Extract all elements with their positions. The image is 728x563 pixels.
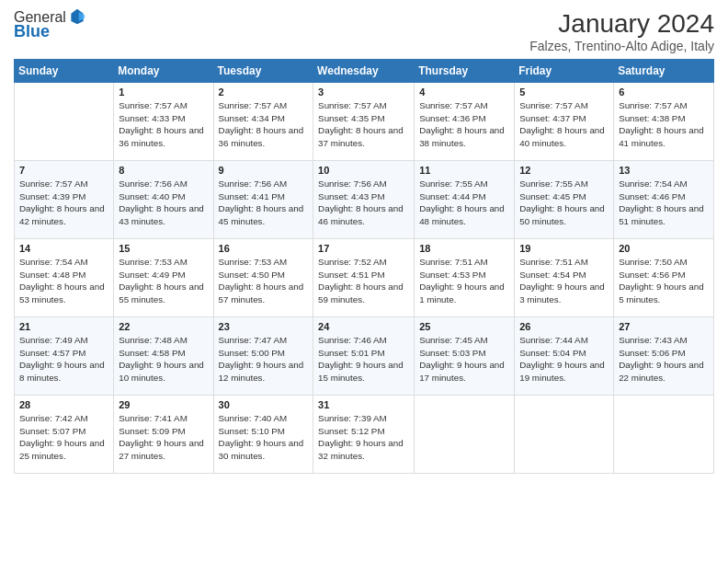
day-number: 20 (619, 243, 709, 254)
sunset-text: Sunset: 4:54 PM (519, 270, 586, 280)
daylight-text: Daylight: 8 hours and 43 minutes. (119, 203, 204, 226)
logo-icon (68, 7, 86, 26)
sunset-text: Sunset: 4:39 PM (19, 191, 85, 201)
sunset-text: Sunset: 4:34 PM (219, 113, 285, 123)
header-saturday: Saturday (614, 60, 714, 83)
day-info: Sunrise: 7:57 AM Sunset: 4:38 PM Dayligh… (619, 99, 709, 150)
table-row: 28 Sunrise: 7:42 AM Sunset: 5:07 PM Dayl… (15, 396, 114, 474)
daylight-text: Daylight: 9 hours and 12 minutes. (219, 360, 304, 383)
table-row: 15 Sunrise: 7:53 AM Sunset: 4:49 PM Dayl… (114, 239, 213, 317)
daylight-text: Daylight: 9 hours and 3 minutes. (519, 282, 605, 304)
daylight-text: Daylight: 8 hours and 36 minutes. (219, 125, 304, 148)
calendar-week-5: 28 Sunrise: 7:42 AM Sunset: 5:07 PM Dayl… (15, 396, 714, 474)
day-info: Sunrise: 7:56 AM Sunset: 4:40 PM Dayligh… (119, 178, 208, 228)
daylight-text: Daylight: 8 hours and 46 minutes. (318, 203, 404, 226)
table-row: 24 Sunrise: 7:46 AM Sunset: 5:01 PM Dayl… (313, 317, 415, 396)
calendar-table: Sunday Monday Tuesday Wednesday Thursday… (14, 59, 714, 474)
daylight-text: Daylight: 8 hours and 45 minutes. (219, 203, 304, 226)
day-info: Sunrise: 7:53 AM Sunset: 4:49 PM Dayligh… (119, 256, 208, 306)
day-info: Sunrise: 7:41 AM Sunset: 5:09 PM Dayligh… (119, 412, 208, 463)
sunrise-text: Sunrise: 7:40 AM (219, 413, 288, 423)
day-info: Sunrise: 7:53 AM Sunset: 4:50 PM Dayligh… (219, 256, 309, 306)
sunset-text: Sunset: 4:33 PM (119, 113, 185, 123)
daylight-text: Daylight: 9 hours and 32 minutes. (318, 438, 404, 461)
day-info: Sunrise: 7:57 AM Sunset: 4:37 PM Dayligh… (519, 99, 609, 150)
table-row: 12 Sunrise: 7:55 AM Sunset: 4:45 PM Dayl… (515, 161, 614, 239)
table-row (614, 396, 714, 474)
sunset-text: Sunset: 5:04 PM (519, 348, 586, 358)
table-row: 8 Sunrise: 7:56 AM Sunset: 4:40 PM Dayli… (114, 161, 213, 239)
day-number: 15 (119, 243, 208, 254)
day-number: 30 (219, 399, 309, 410)
table-row: 6 Sunrise: 7:57 AM Sunset: 4:38 PM Dayli… (614, 83, 714, 161)
day-info: Sunrise: 7:56 AM Sunset: 4:41 PM Dayligh… (219, 178, 309, 228)
day-info: Sunrise: 7:46 AM Sunset: 5:01 PM Dayligh… (318, 334, 409, 385)
sunset-text: Sunset: 4:51 PM (318, 270, 384, 280)
day-number: 27 (619, 321, 709, 332)
table-row: 16 Sunrise: 7:53 AM Sunset: 4:50 PM Dayl… (213, 239, 313, 317)
daylight-text: Daylight: 8 hours and 38 minutes. (419, 125, 505, 148)
table-row: 14 Sunrise: 7:54 AM Sunset: 4:48 PM Dayl… (15, 239, 114, 317)
sunset-text: Sunset: 5:12 PM (318, 426, 384, 436)
day-info: Sunrise: 7:57 AM Sunset: 4:36 PM Dayligh… (419, 99, 509, 150)
day-info: Sunrise: 7:52 AM Sunset: 4:51 PM Dayligh… (318, 256, 409, 306)
day-number: 6 (619, 86, 709, 98)
calendar-week-3: 14 Sunrise: 7:54 AM Sunset: 4:48 PM Dayl… (15, 239, 714, 317)
calendar-week-1: 1 Sunrise: 7:57 AM Sunset: 4:33 PM Dayli… (15, 83, 714, 161)
sunrise-text: Sunrise: 7:47 AM (219, 335, 288, 345)
day-number: 12 (519, 165, 609, 176)
daylight-text: Daylight: 8 hours and 48 minutes. (419, 203, 505, 226)
daylight-text: Daylight: 8 hours and 53 minutes. (19, 282, 105, 304)
sunset-text: Sunset: 4:50 PM (219, 270, 285, 280)
day-number: 29 (119, 399, 208, 410)
daylight-text: Daylight: 8 hours and 55 minutes. (119, 282, 204, 304)
sunset-text: Sunset: 4:36 PM (419, 113, 485, 123)
day-number: 26 (519, 321, 609, 332)
table-row: 21 Sunrise: 7:49 AM Sunset: 4:57 PM Dayl… (15, 317, 114, 396)
day-number: 31 (318, 399, 409, 410)
day-number: 2 (219, 86, 309, 98)
header-wednesday: Wednesday (313, 60, 415, 83)
sunset-text: Sunset: 4:40 PM (119, 191, 185, 201)
sunset-text: Sunset: 4:58 PM (119, 348, 185, 358)
table-row: 27 Sunrise: 7:43 AM Sunset: 5:06 PM Dayl… (614, 317, 714, 396)
sunrise-text: Sunrise: 7:41 AM (119, 413, 188, 423)
sunrise-text: Sunrise: 7:57 AM (219, 100, 288, 110)
daylight-text: Daylight: 8 hours and 51 minutes. (619, 203, 704, 226)
sunrise-text: Sunrise: 7:57 AM (119, 100, 188, 110)
day-number: 24 (318, 321, 409, 332)
day-number: 22 (119, 321, 208, 332)
table-row: 26 Sunrise: 7:44 AM Sunset: 5:04 PM Dayl… (515, 317, 614, 396)
table-row: 3 Sunrise: 7:57 AM Sunset: 4:35 PM Dayli… (313, 83, 415, 161)
sunrise-text: Sunrise: 7:43 AM (619, 335, 688, 345)
header-monday: Monday (114, 60, 213, 83)
table-row: 2 Sunrise: 7:57 AM Sunset: 4:34 PM Dayli… (213, 83, 313, 161)
sunset-text: Sunset: 4:43 PM (318, 191, 384, 201)
day-info: Sunrise: 7:44 AM Sunset: 5:04 PM Dayligh… (519, 334, 609, 385)
sunrise-text: Sunrise: 7:42 AM (19, 413, 88, 423)
daylight-text: Daylight: 8 hours and 41 minutes. (619, 125, 704, 148)
sunrise-text: Sunrise: 7:52 AM (318, 257, 387, 267)
sunset-text: Sunset: 5:10 PM (219, 426, 285, 436)
daylight-text: Daylight: 8 hours and 37 minutes. (318, 125, 404, 148)
day-number: 18 (419, 243, 509, 254)
day-info: Sunrise: 7:55 AM Sunset: 4:45 PM Dayligh… (519, 178, 609, 228)
header: General Blue January 2024 Falzes, Trenti… (14, 9, 714, 53)
table-row: 1 Sunrise: 7:57 AM Sunset: 4:33 PM Dayli… (114, 83, 213, 161)
sunset-text: Sunset: 4:57 PM (19, 348, 85, 358)
table-row: 22 Sunrise: 7:48 AM Sunset: 4:58 PM Dayl… (114, 317, 213, 396)
sunrise-text: Sunrise: 7:53 AM (219, 257, 288, 267)
day-number: 11 (419, 165, 509, 176)
day-info: Sunrise: 7:57 AM Sunset: 4:35 PM Dayligh… (318, 99, 409, 150)
sunrise-text: Sunrise: 7:57 AM (419, 100, 488, 110)
day-number: 19 (519, 243, 609, 254)
calendar-week-4: 21 Sunrise: 7:49 AM Sunset: 4:57 PM Dayl… (15, 317, 714, 396)
day-info: Sunrise: 7:48 AM Sunset: 4:58 PM Dayligh… (119, 334, 208, 385)
sunset-text: Sunset: 4:56 PM (619, 270, 685, 280)
header-thursday: Thursday (415, 60, 515, 83)
day-info: Sunrise: 7:43 AM Sunset: 5:06 PM Dayligh… (619, 334, 709, 385)
sunrise-text: Sunrise: 7:54 AM (619, 178, 688, 189)
day-number: 7 (19, 165, 108, 176)
day-info: Sunrise: 7:54 AM Sunset: 4:46 PM Dayligh… (619, 178, 709, 228)
day-number: 28 (19, 399, 108, 410)
